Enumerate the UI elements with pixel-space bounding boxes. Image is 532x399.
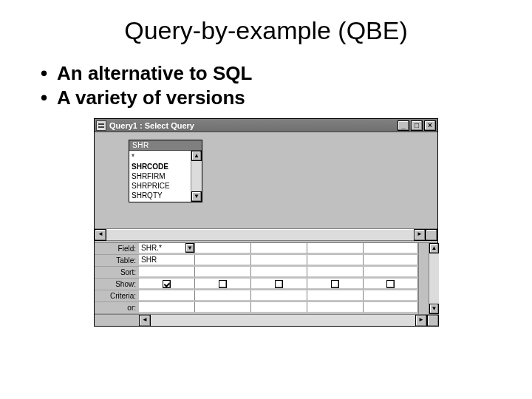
scroll-spacer (95, 315, 139, 326)
grid-cell-sort[interactable] (195, 267, 251, 277)
row-label-or: or: (95, 302, 139, 314)
grid-cell-criteria[interactable] (307, 290, 364, 301)
grid-horizontal-scrollbar[interactable] (95, 314, 439, 326)
scroll-up-button[interactable] (429, 243, 439, 253)
grid-cell-criteria[interactable] (364, 290, 418, 301)
scroll-track[interactable] (151, 315, 415, 326)
maximize-button[interactable]: □ (411, 120, 423, 131)
grid-cell-field[interactable] (195, 243, 251, 253)
grid-cell-sort[interactable] (364, 267, 418, 277)
bullet-list: • An alternative to SQL • A variety of v… (0, 61, 532, 109)
grid-cell-show[interactable] (195, 279, 251, 289)
grid-cell-field[interactable]: SHR.* (139, 243, 195, 253)
row-label-criteria: Criteria: (95, 290, 139, 302)
grid-right-gutter (418, 243, 429, 314)
grid-cell-criteria[interactable] (139, 290, 195, 301)
dropdown-icon[interactable] (185, 243, 194, 253)
scroll-track[interactable] (191, 161, 202, 191)
scroll-down-button[interactable] (191, 191, 202, 202)
scroll-left-button[interactable] (95, 229, 106, 241)
grid-cell-text: SHR (141, 256, 157, 264)
scroll-track[interactable] (106, 229, 414, 241)
row-label-sort: Sort: (95, 267, 139, 279)
grid-cell-field[interactable] (364, 243, 418, 253)
query-design-grid[interactable]: Field: SHR.* Table: SHR (95, 243, 437, 326)
grid-cell-table[interactable]: SHR (139, 255, 195, 265)
row-label-table: Table: (95, 255, 139, 267)
window-titlebar[interactable]: Query1 : Select Query _ □ × (95, 119, 437, 132)
scroll-up-button[interactable] (191, 151, 202, 161)
close-button[interactable]: × (424, 120, 436, 131)
window-icon (96, 120, 106, 131)
scroll-right-button[interactable] (414, 229, 426, 241)
grid-cell-criteria[interactable] (251, 290, 307, 301)
bullet-item: • An alternative to SQL (41, 61, 532, 86)
window-title: Query1 : Select Query (109, 121, 398, 130)
source-field-list[interactable]: * SHRCODE SHRFIRM SHRPRICE SHRQTY (129, 151, 191, 202)
grid-cell-field[interactable] (307, 243, 364, 253)
source-field-item[interactable]: * (132, 152, 188, 162)
grid-cell-table[interactable] (364, 255, 418, 265)
scroll-left-button[interactable] (139, 315, 151, 327)
scroll-right-button[interactable] (415, 315, 427, 327)
query-design-upper-pane[interactable]: SHR * SHRCODE SHRFIRM SHRPRICE SHRQTY (95, 132, 437, 240)
source-table-box[interactable]: SHR * SHRCODE SHRFIRM SHRPRICE SHRQTY (129, 140, 202, 202)
grid-cell-or[interactable] (251, 302, 307, 313)
bullet-dot-icon: • (41, 86, 57, 110)
upper-horizontal-scrollbar[interactable] (95, 228, 437, 240)
grid-cell-show[interactable] (307, 279, 364, 289)
row-label-field: Field: (95, 243, 139, 255)
grid-cell-field[interactable] (251, 243, 307, 253)
grid-cell-table[interactable] (307, 255, 364, 265)
grid-cell-or[interactable] (307, 302, 364, 313)
show-checkbox[interactable] (386, 280, 395, 288)
minimize-button[interactable]: _ (398, 120, 409, 131)
slide: Query-by-example (QBE) • An alternative … (0, 0, 532, 399)
grid-cell-show[interactable] (364, 279, 418, 289)
grid-cell-sort[interactable] (251, 267, 307, 277)
grid-cell-or[interactable] (139, 302, 195, 313)
source-scrollbar[interactable] (191, 151, 202, 202)
grid-cell-or[interactable] (195, 302, 251, 313)
grid-cell-show[interactable] (251, 279, 307, 289)
grid-cell-show[interactable] (139, 279, 195, 289)
source-table-title[interactable]: SHR (129, 140, 202, 151)
grid-cell-text: SHR.* (141, 244, 162, 252)
show-checkbox[interactable] (275, 280, 283, 288)
bullet-dot-icon: • (41, 61, 57, 86)
scroll-corner (426, 229, 437, 241)
scroll-down-button[interactable] (429, 304, 439, 314)
grid-cell-sort[interactable] (307, 267, 364, 277)
source-field-item[interactable]: SHRCODE (132, 162, 188, 171)
grid-cell-table[interactable] (251, 255, 307, 265)
source-field-item[interactable]: SHRPRICE (132, 181, 188, 191)
grid-cell-table[interactable] (195, 255, 251, 265)
slide-title: Query-by-example (QBE) (0, 0, 532, 61)
source-field-item[interactable]: SHRFIRM (132, 171, 188, 181)
bullet-text: An alternative to SQL (57, 61, 252, 86)
scroll-track[interactable] (429, 253, 439, 304)
qbe-window: Query1 : Select Query _ □ × SHR * SHRCOD… (94, 118, 438, 327)
show-checkbox[interactable] (163, 280, 171, 288)
scroll-corner (427, 315, 439, 327)
show-checkbox[interactable] (331, 280, 339, 288)
source-field-item[interactable]: SHRQTY (132, 191, 188, 200)
grid-cell-criteria[interactable] (195, 290, 251, 301)
grid-cell-or[interactable] (364, 302, 418, 313)
grid-vertical-scrollbar[interactable] (429, 243, 439, 314)
bullet-text: A variety of versions (57, 86, 245, 110)
grid-cell-sort[interactable] (139, 267, 195, 277)
show-checkbox[interactable] (219, 280, 227, 288)
row-label-show: Show: (95, 279, 139, 290)
bullet-item: • A variety of versions (41, 86, 532, 110)
